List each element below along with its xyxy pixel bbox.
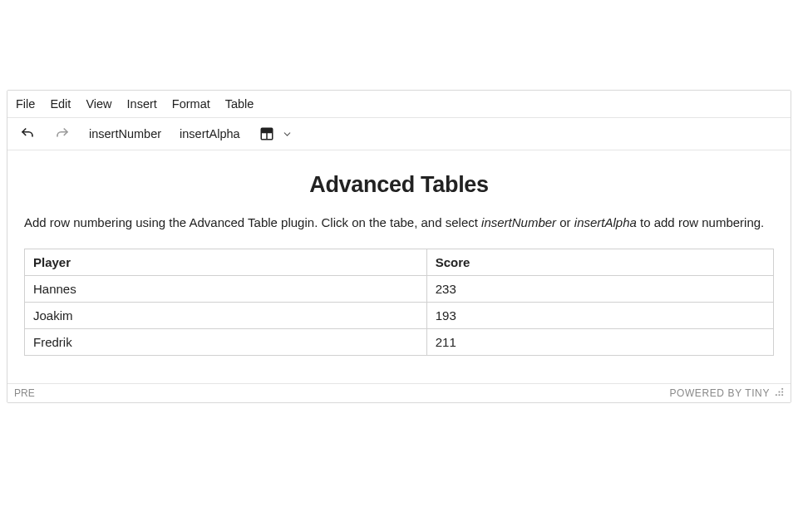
table-row[interactable]: Hannes 233: [25, 276, 774, 303]
cell-score[interactable]: 193: [426, 303, 773, 329]
menu-view[interactable]: View: [86, 97, 111, 111]
svg-rect-9: [776, 394, 777, 396]
editor-frame: File Edit View Insert Format Table inser…: [7, 90, 791, 403]
undo-button[interactable]: [16, 123, 39, 145]
menu-table[interactable]: Table: [225, 97, 254, 111]
menubar: File Edit View Insert Format Table: [7, 91, 791, 118]
table-split-button[interactable]: [255, 123, 299, 145]
toolbar: insertNumber insertAlpha: [7, 118, 791, 150]
cell-score[interactable]: 211: [426, 329, 773, 356]
statusbar: PRE POWERED BY TINY: [7, 383, 791, 402]
table-row[interactable]: Joakim 193: [25, 303, 774, 329]
svg-rect-5: [781, 392, 783, 393]
scores-table[interactable]: Player Score Hannes 233 Joakim 193 Fredr…: [24, 249, 774, 356]
chevron-down-icon: [279, 126, 296, 142]
intro-text-2: or: [556, 215, 574, 229]
svg-rect-7: [781, 394, 783, 396]
table-icon: [259, 126, 275, 142]
insert-alpha-button[interactable]: insertAlpha: [176, 125, 244, 143]
menu-insert[interactable]: Insert: [127, 97, 157, 111]
editor-content[interactable]: Advanced Tables Add row numbering using …: [7, 150, 791, 383]
cell-player[interactable]: Joakim: [25, 303, 427, 329]
col-header-player[interactable]: Player: [25, 249, 427, 276]
resize-handle-icon[interactable]: [775, 387, 784, 399]
intro-text-1: Add row numbering using the Advanced Tab…: [24, 215, 481, 229]
page-title: Advanced Tables: [21, 172, 777, 198]
branding-text[interactable]: POWERED BY TINY: [669, 387, 770, 399]
intro-em-2: insertAlpha: [574, 215, 637, 229]
menu-format[interactable]: Format: [172, 97, 210, 111]
col-header-score[interactable]: Score: [426, 249, 773, 276]
svg-rect-6: [779, 392, 781, 393]
undo-icon: [19, 126, 36, 142]
table-header-row: Player Score: [25, 249, 774, 276]
svg-rect-4: [781, 388, 783, 390]
intro-text-3: to add row numbering.: [637, 215, 764, 229]
menu-edit[interactable]: Edit: [50, 97, 71, 111]
insert-number-button[interactable]: insertNumber: [86, 125, 165, 143]
redo-icon: [54, 126, 71, 142]
element-path[interactable]: PRE: [14, 387, 35, 399]
svg-rect-3: [261, 128, 273, 132]
table-row[interactable]: Fredrik 211: [25, 329, 774, 356]
cell-player[interactable]: Hannes: [25, 276, 427, 303]
intro-em-1: insertNumber: [481, 215, 556, 229]
svg-rect-8: [779, 394, 781, 396]
redo-button[interactable]: [51, 123, 74, 145]
menu-file[interactable]: File: [16, 97, 35, 111]
intro-paragraph: Add row numbering using the Advanced Tab…: [24, 213, 777, 232]
cell-score[interactable]: 233: [426, 276, 773, 303]
cell-player[interactable]: Fredrik: [25, 329, 427, 356]
